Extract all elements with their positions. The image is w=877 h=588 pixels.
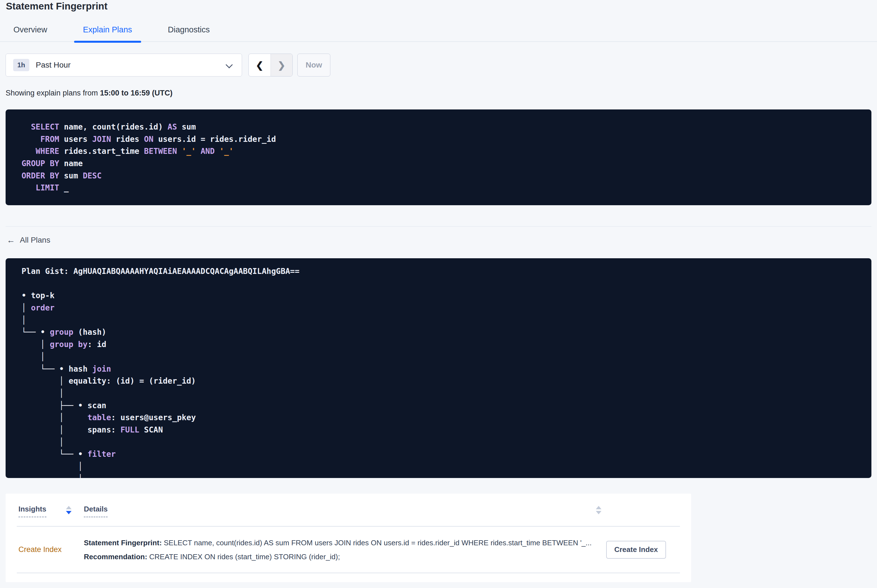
summary-time-range: 15:00 to 16:59 (UTC) — [100, 89, 173, 97]
sql-code: SELECT name, count(rides.id) AS sum FROM… — [21, 121, 871, 194]
time-range-select[interactable]: 1h Past Hour — [6, 54, 242, 76]
fingerprint-label: Statement Fingerprint: — [84, 538, 162, 547]
sort-icon-insights[interactable] — [66, 506, 72, 514]
create-index-button[interactable]: Create Index — [606, 541, 666, 559]
insight-type-link[interactable]: Create Index — [18, 545, 84, 554]
recommendation-label: Recommendation: — [84, 552, 147, 561]
create-index-button-label: Create Index — [614, 545, 658, 554]
all-plans-link[interactable]: ← All Plans — [7, 236, 50, 245]
summary-prefix: Showing explain plans from — [6, 89, 100, 97]
details-cell: Statement Fingerprint: SELECT name, coun… — [84, 536, 598, 564]
column-header-insights[interactable]: Insights — [18, 505, 47, 518]
tab-diagnostics-label: Diagnostics — [168, 25, 210, 34]
sort-up-triangle — [596, 506, 602, 509]
insights-table: Insights Details Create Index Statement … — [6, 494, 691, 582]
tab-diagnostics[interactable]: Diagnostics — [159, 18, 219, 41]
now-button[interactable]: Now — [297, 54, 330, 76]
fingerprint-text: SELECT name, count(rides.id) AS sum FROM… — [162, 538, 592, 547]
column-header-details[interactable]: Details — [84, 505, 108, 518]
prev-time-button[interactable]: ❮ — [249, 54, 271, 76]
time-controls: 1h Past Hour ❮ ❯ Now — [6, 54, 330, 76]
tab-overview-label: Overview — [14, 25, 47, 34]
sort-icon-details[interactable] — [596, 506, 602, 514]
table-row-border — [17, 573, 680, 573]
time-interval-badge: 1h — [13, 59, 29, 71]
time-step-button-group: ❮ ❯ — [248, 54, 293, 76]
tab-bar: Overview Explain Plans Diagnostics — [0, 18, 877, 42]
now-button-label: Now — [305, 61, 322, 69]
tab-explain-plans-label: Explain Plans — [83, 25, 132, 34]
chevron-right-icon: ❯ — [278, 60, 285, 70]
plan-tree-code: Plan Gist: AgHUAQIABQAAAAHYAQIAiAEAAAADC… — [21, 265, 871, 478]
detail-fingerprint-line: Statement Fingerprint: SELECT name, coun… — [84, 536, 598, 550]
sql-statement-box: SELECT name, count(rides.id) AS sum FROM… — [6, 110, 871, 205]
back-arrow-icon: ← — [7, 236, 15, 245]
sort-down-triangle — [596, 511, 602, 514]
time-range-label: Past Hour — [36, 61, 71, 69]
next-time-button[interactable]: ❯ — [271, 54, 293, 76]
all-plans-label: All Plans — [20, 236, 50, 244]
statement-fingerprint-page: Statement Fingerprint Overview Explain P… — [0, 0, 877, 588]
chevron-left-icon: ❮ — [256, 60, 263, 70]
explain-plans-summary: Showing explain plans from 15:00 to 16:5… — [6, 89, 173, 98]
sort-down-triangle — [66, 511, 72, 514]
tab-explain-plans[interactable]: Explain Plans — [74, 18, 141, 41]
recommendation-text: CREATE INDEX ON rides (start_time) STORI… — [147, 552, 340, 561]
detail-recommendation-line: Recommendation: CREATE INDEX ON rides (s… — [84, 550, 598, 564]
sort-up-triangle — [66, 506, 72, 509]
section-divider — [6, 226, 871, 227]
table-row: Create Index Statement Fingerprint: SELE… — [18, 526, 680, 573]
plan-gist-box: Plan Gist: AgHUAQIABQAAAAHYAQIAiAEAAAADC… — [6, 258, 871, 478]
page-title: Statement Fingerprint — [6, 0, 108, 12]
tab-overview[interactable]: Overview — [5, 18, 56, 41]
chevron-down-icon — [226, 61, 233, 68]
